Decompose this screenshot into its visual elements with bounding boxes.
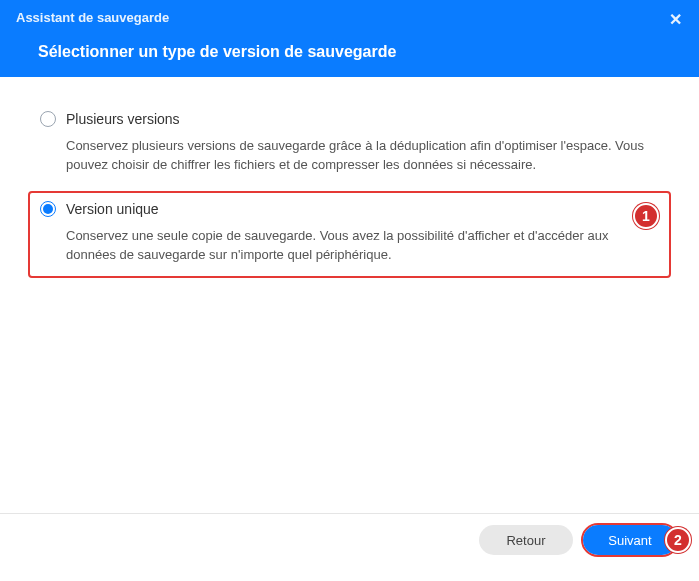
wizard-title: Assistant de sauvegarde	[16, 10, 683, 25]
callout-badge-1: 1	[633, 203, 659, 229]
option-title: Plusieurs versions	[66, 111, 180, 127]
dialog-footer: Retour Suivant 2	[0, 513, 699, 566]
close-icon[interactable]: ✕	[665, 10, 685, 30]
dialog-header: Assistant de sauvegarde Sélectionner un …	[0, 0, 699, 77]
option-row: Version unique	[40, 201, 659, 217]
radio-multi-version[interactable]	[40, 111, 56, 127]
option-row: Plusieurs versions	[40, 111, 659, 127]
option-multi-version[interactable]: Plusieurs versions Conservez plusieurs v…	[28, 101, 671, 189]
step-title: Sélectionner un type de version de sauve…	[38, 43, 683, 61]
option-description: Conservez plusieurs versions de sauvegar…	[66, 137, 659, 175]
callout-badge-2: 2	[665, 527, 691, 553]
option-single-version[interactable]: Version unique Conservez une seule copie…	[28, 191, 671, 279]
option-description: Conservez une seule copie de sauvegarde.…	[66, 227, 659, 265]
option-title: Version unique	[66, 201, 159, 217]
radio-single-version[interactable]	[40, 201, 56, 217]
next-button[interactable]: Suivant	[583, 525, 677, 555]
next-button-highlight: Suivant 2	[581, 523, 679, 557]
dialog-body: Plusieurs versions Conservez plusieurs v…	[0, 77, 699, 513]
back-button[interactable]: Retour	[479, 525, 573, 555]
